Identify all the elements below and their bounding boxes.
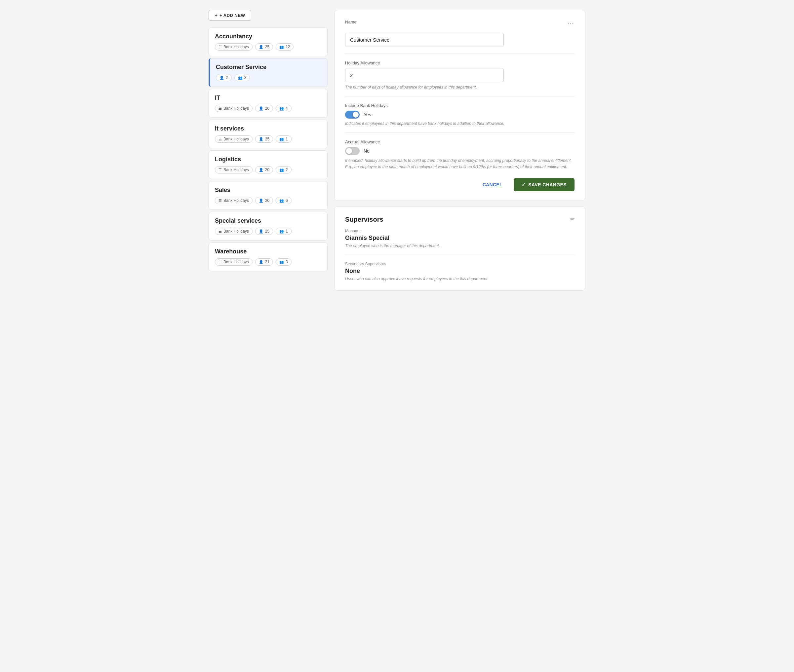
department-tag: ☰Bank Holidays	[215, 43, 253, 51]
department-tag: 👥1	[276, 136, 292, 143]
secondary-supervisors-name: None	[345, 267, 574, 275]
tag-count: 1	[286, 137, 288, 141]
card-header: Name ⋯	[345, 19, 574, 27]
tag-count: 1	[286, 229, 288, 234]
group-icon: 👥	[279, 137, 284, 141]
list-icon: ☰	[218, 137, 222, 141]
accrual-hint: If enabled, holiday allowance starts to …	[345, 158, 574, 170]
department-tags: ☰Bank Holidays👤20👥6	[215, 197, 321, 204]
department-list-panel: + + ADD NEW Accountancy☰Bank Holidays👤25…	[209, 10, 327, 291]
person-icon: 👤	[259, 106, 263, 111]
department-card[interactable]: Accountancy☰Bank Holidays👤25👥12	[209, 27, 327, 56]
accrual-hint-2: E.g., an employee in the ninth month of …	[345, 165, 567, 169]
holiday-allowance-label: Holiday Allowance	[345, 61, 574, 66]
department-tags: ☰Bank Holidays👤21👥3	[215, 258, 321, 266]
manager-hint: The employee who is the manager of this …	[345, 243, 574, 248]
department-name: Warehouse	[215, 248, 321, 255]
department-card[interactable]: Sales☰Bank Holidays👤20👥6	[209, 181, 327, 210]
bank-holidays-section: Include Bank Holidays Yes Indicates if e…	[345, 103, 574, 126]
bank-holidays-hint: Indicates if employees in this departmen…	[345, 121, 574, 126]
accrual-hint-1: If enabled, holiday allowance starts to …	[345, 158, 572, 163]
department-tag: ☰Bank Holidays	[215, 228, 253, 235]
department-tags: ☰Bank Holidays👤25👥12	[215, 43, 321, 51]
cancel-button[interactable]: CANCEL	[476, 179, 508, 190]
person-icon: 👤	[259, 45, 263, 49]
group-icon: 👥	[279, 198, 284, 203]
tag-count: 25	[265, 45, 269, 49]
department-card[interactable]: Special services☰Bank Holidays👤25👥1	[209, 212, 327, 240]
holiday-allowance-input[interactable]	[345, 68, 504, 82]
accrual-value: No	[364, 148, 370, 154]
save-changes-button[interactable]: ✓ SAVE CHANGES	[514, 178, 574, 191]
tag-count: 3	[286, 260, 288, 264]
accrual-toggle-thumb	[346, 148, 352, 154]
department-tag: 👤21	[255, 258, 273, 266]
department-name: Accountancy	[215, 33, 321, 40]
accrual-allowance-section: Accrual Allowance No If enabled, holiday…	[345, 139, 574, 170]
tag-count: 12	[286, 45, 290, 49]
department-name: IT	[215, 94, 321, 101]
tag-label: Bank Holidays	[223, 198, 249, 203]
add-new-button[interactable]: + + ADD NEW	[209, 10, 251, 21]
tag-count: 3	[244, 75, 247, 80]
supervisors-title: Supervisors	[345, 216, 383, 223]
name-field-label: Name	[345, 19, 357, 24]
department-tag: 👥3	[234, 74, 250, 81]
department-tags: ☰Bank Holidays👤20👥2	[215, 166, 321, 173]
secondary-supervisors-section: Secondary Supervisors None Users who can…	[345, 262, 574, 281]
department-tag: 👥2	[276, 166, 292, 173]
list-icon: ☰	[218, 260, 222, 264]
department-tag: 👤20	[255, 166, 273, 173]
tag-count: 20	[265, 106, 269, 111]
tag-count: 4	[286, 106, 288, 111]
department-name: It services	[215, 125, 321, 132]
toggle-thumb	[353, 112, 359, 118]
department-edit-card: Name ⋯ Holiday Allowance The number of d…	[334, 10, 585, 201]
department-tag: 👥6	[276, 197, 292, 204]
department-tag: 👥12	[276, 43, 294, 51]
department-card[interactable]: Warehouse☰Bank Holidays👤21👥3	[209, 243, 327, 271]
tag-count: 6	[286, 198, 288, 203]
department-name: Special services	[215, 218, 321, 224]
tag-count: 2	[226, 75, 228, 80]
person-icon: 👤	[259, 260, 263, 264]
name-input[interactable]	[345, 33, 504, 47]
bank-holidays-toggle-row: Yes	[345, 111, 574, 118]
edit-icon[interactable]: ✏	[570, 216, 574, 222]
list-icon: ☰	[218, 106, 222, 111]
tag-count: 25	[265, 137, 269, 141]
department-tag: 👤20	[255, 197, 273, 204]
tag-label: Bank Holidays	[223, 45, 249, 49]
list-icon: ☰	[218, 198, 222, 203]
manager-label: Manager	[345, 229, 574, 233]
group-icon: 👥	[279, 106, 284, 111]
list-icon: ☰	[218, 45, 222, 49]
department-card[interactable]: Customer Service👤2👥3	[209, 58, 327, 87]
department-tag: 👥1	[276, 228, 292, 235]
department-tag: 👤25	[255, 43, 273, 51]
department-tags: ☰Bank Holidays👤25👥1	[215, 228, 321, 235]
department-card[interactable]: It services☰Bank Holidays👤25👥1	[209, 120, 327, 148]
save-changes-label: SAVE CHANGES	[528, 182, 566, 187]
tag-count: 2	[286, 168, 288, 172]
bank-holidays-toggle[interactable]	[345, 111, 360, 118]
department-card[interactable]: Logistics☰Bank Holidays👤20👥2	[209, 150, 327, 179]
person-icon: 👤	[259, 229, 263, 234]
department-tag: ☰Bank Holidays	[215, 136, 253, 143]
department-tags: 👤2👥3	[216, 74, 321, 81]
department-tag: ☰Bank Holidays	[215, 105, 253, 112]
list-icon: ☰	[218, 168, 222, 172]
department-tag: 👤20	[255, 105, 273, 112]
group-icon: 👥	[279, 229, 284, 234]
tag-label: Bank Holidays	[223, 137, 249, 141]
tag-count: 20	[265, 198, 269, 203]
group-icon: 👥	[238, 76, 243, 80]
group-icon: 👥	[279, 168, 284, 172]
department-card[interactable]: IT☰Bank Holidays👤20👥4	[209, 89, 327, 118]
department-tag: ☰Bank Holidays	[215, 166, 253, 173]
checkmark-icon: ✓	[521, 182, 526, 187]
accrual-toggle[interactable]	[345, 147, 360, 155]
more-options-icon[interactable]: ⋯	[567, 19, 574, 27]
department-tag: 👤2	[216, 74, 232, 81]
department-tags: ☰Bank Holidays👤20👥4	[215, 105, 321, 112]
